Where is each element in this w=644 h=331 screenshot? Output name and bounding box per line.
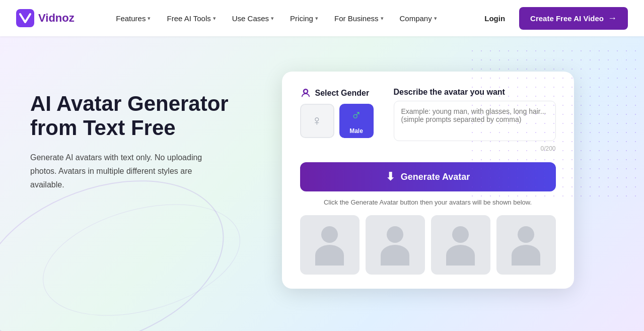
hero-section: AI Avatar Generator from Text Free Gener…: [0, 36, 644, 331]
avatar-placeholder-2: [366, 215, 425, 275]
nav-label-free-ai-tools: Free AI Tools: [167, 14, 210, 23]
svg-point-1: [304, 90, 307, 93]
nav-item-for-business[interactable]: For Business ▾: [327, 10, 391, 27]
nav-item-features[interactable]: Features ▾: [109, 10, 158, 27]
char-count: 0/200: [394, 145, 556, 152]
svg-rect-0: [16, 9, 34, 27]
nav-label-company: Company: [400, 14, 432, 23]
person-icon: [300, 88, 311, 99]
gender-describe-row: Select Gender ♀ ♂ Male Describe the: [300, 88, 556, 152]
avatar-silhouette: [440, 224, 481, 266]
generator-card: Select Gender ♀ ♂ Male Describe the: [282, 72, 574, 289]
male-symbol: ♂: [351, 107, 362, 123]
nav-item-pricing[interactable]: Pricing ▾: [283, 10, 325, 27]
chevron-down-icon: ▾: [315, 15, 318, 22]
nav-right: Login Create Free AI Video →: [478, 7, 628, 30]
avatar-placeholder-1: [300, 215, 360, 275]
card-wrapper: Select Gender ♀ ♂ Male Describe the: [242, 67, 614, 289]
silhouette-body: [381, 245, 410, 266]
hero-title: AI Avatar Generator from Text Free: [30, 92, 242, 141]
login-button[interactable]: Login: [478, 10, 511, 27]
female-symbol: ♀: [312, 113, 322, 129]
download-icon: ⬇: [386, 170, 395, 183]
silhouette-body: [315, 245, 344, 266]
avatar-grid: [300, 215, 556, 275]
silhouette-body: [512, 245, 541, 266]
logo-text: Vidnoz: [38, 12, 75, 25]
logo[interactable]: Vidnoz: [16, 9, 75, 27]
nav-item-use-cases[interactable]: Use Cases ▾: [225, 10, 281, 27]
avatar-placeholder-4: [496, 215, 556, 275]
chevron-down-icon: ▾: [148, 15, 151, 22]
gender-label-text: Select Gender: [315, 89, 370, 98]
describe-textarea[interactable]: [394, 101, 556, 141]
create-free-ai-video-button[interactable]: Create Free AI Video →: [519, 7, 628, 30]
nav-label-for-business: For Business: [334, 14, 379, 23]
avatar-silhouette: [309, 224, 350, 266]
nav-label-pricing: Pricing: [290, 14, 313, 23]
describe-label: Describe the avatar you want: [394, 88, 556, 97]
chevron-down-icon: ▾: [381, 15, 384, 22]
gender-female-button[interactable]: ♀: [300, 104, 334, 138]
gender-male-button[interactable]: ♂ Male: [339, 104, 374, 138]
hero-description: Generate AI avatars with text only. No u…: [30, 151, 206, 192]
male-label: Male: [349, 127, 363, 135]
nav-label-features: Features: [116, 14, 146, 23]
nav-links: Features ▾ Free AI Tools ▾ Use Cases ▾ P…: [109, 10, 444, 27]
nav-item-company[interactable]: Company ▾: [393, 10, 444, 27]
generate-avatar-button[interactable]: ⬇ Generate Avatar: [300, 162, 556, 191]
silhouette-head: [387, 226, 403, 243]
avatar-silhouette: [374, 224, 416, 266]
chevron-down-icon: ▾: [271, 15, 274, 22]
silhouette-body: [446, 245, 475, 266]
describe-section: Describe the avatar you want 0/200: [394, 88, 556, 152]
navbar: Vidnoz Features ▾ Free AI Tools ▾ Use Ca…: [0, 0, 644, 36]
gender-label: Select Gender: [300, 88, 374, 99]
gender-buttons: ♀ ♂ Male: [300, 104, 374, 138]
arrow-icon: →: [608, 13, 617, 24]
nav-label-use-cases: Use Cases: [232, 14, 269, 23]
avatar-placeholder-3: [431, 215, 490, 275]
silhouette-head: [452, 226, 469, 243]
cta-label: Create Free AI Video: [530, 14, 604, 23]
avatar-silhouette: [505, 224, 547, 266]
generate-label: Generate Avatar: [401, 172, 470, 182]
silhouette-head: [518, 226, 534, 243]
hint-text: Click the Generate Avatar button then yo…: [300, 198, 556, 206]
chevron-down-icon: ▾: [213, 15, 216, 22]
logo-icon: [16, 9, 34, 27]
gender-section: Select Gender ♀ ♂ Male: [300, 88, 374, 138]
silhouette-head: [321, 226, 338, 243]
chevron-down-icon: ▾: [434, 15, 437, 22]
hero-text: AI Avatar Generator from Text Free Gener…: [30, 67, 242, 191]
nav-item-free-ai-tools[interactable]: Free AI Tools ▾: [160, 10, 223, 27]
